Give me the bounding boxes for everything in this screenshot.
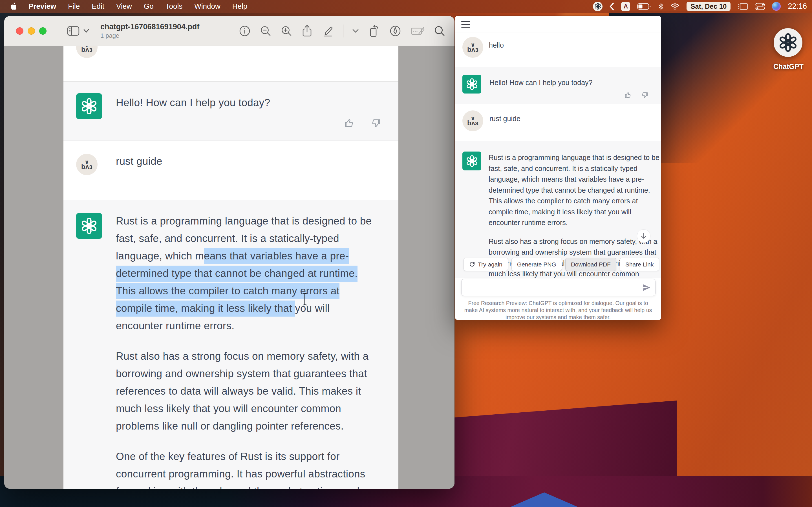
screen-mirroring-icon[interactable] xyxy=(738,3,748,10)
hamburger-menu-icon[interactable] xyxy=(461,21,470,27)
apple-icon xyxy=(10,3,17,10)
highlight-pen-button[interactable] xyxy=(322,25,334,37)
user-prompt-text[interactable]: rust guide xyxy=(116,153,162,170)
control-center-icon[interactable] xyxy=(755,3,765,10)
thumbs-down-icon[interactable] xyxy=(370,118,381,128)
highlight-style-chevron[interactable] xyxy=(352,29,359,33)
panel-user-msg-2[interactable]: rust guide xyxy=(490,113,520,124)
menu-file[interactable]: File xyxy=(62,0,86,13)
zoom-in-button[interactable] xyxy=(281,25,292,37)
menu-app-name[interactable]: Preview xyxy=(22,0,62,13)
chatgpt-export-panel: ∨bʌɜ hello Hello! How can I help you tod… xyxy=(455,16,661,320)
panel-row-user-prompt: ∨bʌɜ rust guide xyxy=(455,104,661,141)
panel-user-msg-1[interactable]: hello xyxy=(489,40,504,51)
menu-help[interactable]: Help xyxy=(226,0,253,13)
download-pdf-button[interactable]: Download PDF xyxy=(565,258,616,271)
chatgpt-app-label: ChatGPT xyxy=(773,62,803,71)
thumbs-up-icon[interactable] xyxy=(624,91,632,99)
siri-icon[interactable] xyxy=(772,2,781,11)
input-source-indicator[interactable]: A xyxy=(621,2,630,11)
zoom-out-button[interactable] xyxy=(260,25,271,37)
composer-input[interactable] xyxy=(466,281,638,293)
wifi-icon[interactable] xyxy=(670,3,679,10)
zoom-button[interactable] xyxy=(39,27,47,35)
assistant-avatar xyxy=(462,75,481,94)
pdf-row-assistant-reply: Rust is a programming language that is d… xyxy=(63,200,398,489)
thumbs-down-icon[interactable] xyxy=(641,91,649,99)
share-link-button[interactable]: Share Link xyxy=(620,258,659,271)
user-avatar: ∨bʌɜ xyxy=(462,110,483,131)
menu-bar-left: Preview File Edit View Go Tools Window H… xyxy=(0,0,253,13)
traffic-lights xyxy=(16,27,51,35)
document-title: chatgpt-1670681691904.pdf xyxy=(100,22,199,31)
bluetooth-icon[interactable] xyxy=(658,3,663,10)
fill-sign-button[interactable] xyxy=(410,25,424,37)
openai-logo-icon xyxy=(466,78,478,90)
assistant-avatar xyxy=(76,93,102,119)
reply-paragraph-3[interactable]: One of the key features of Rust is its s… xyxy=(116,448,371,489)
assistant-greeting-text[interactable]: Hello! How can I help you today? xyxy=(116,94,270,112)
openai-logo-icon xyxy=(81,98,97,114)
chatgpt-menubar-icon[interactable] xyxy=(593,2,603,11)
pdf-page[interactable]: ∨ bʌɜ xyxy=(63,46,398,489)
close-button[interactable] xyxy=(16,27,23,35)
sidebar-toggle-icon[interactable] xyxy=(67,26,80,36)
user-avatar: ∨bʌɜ xyxy=(462,37,483,58)
openai-logo-icon xyxy=(81,218,97,234)
assistant-reply-text[interactable]: Rust is a programming language that is d… xyxy=(116,212,371,489)
panel-reply-paragraph-2[interactable]: Rust also has a strong focus on memory s… xyxy=(489,236,659,278)
page-count-label: 1 page xyxy=(100,32,199,39)
panel-reply-paragraph-1[interactable]: Rust is a programming language that is d… xyxy=(489,152,659,228)
thumbs-up-icon[interactable] xyxy=(344,118,355,128)
retry-icon xyxy=(469,262,475,267)
openai-logo-icon xyxy=(779,33,797,52)
menu-go[interactable]: Go xyxy=(138,0,160,13)
panel-row-assistant-reply: Rust is a programming language that is d… xyxy=(455,141,661,278)
arrow-down-icon xyxy=(641,233,647,239)
apple-menu[interactable] xyxy=(0,0,22,13)
info-button[interactable] xyxy=(239,25,251,37)
openai-logo-icon xyxy=(466,155,478,167)
menu-edit[interactable]: Edit xyxy=(86,0,110,13)
search-button[interactable] xyxy=(434,25,446,37)
assistant-avatar xyxy=(462,152,481,170)
battery-icon[interactable] xyxy=(637,3,651,10)
text-cursor-ibeam xyxy=(301,292,308,306)
try-again-button[interactable]: Try again xyxy=(463,258,508,271)
markup-pen-button[interactable] xyxy=(389,25,402,37)
desktop-chatgpt-app[interactable]: ChatGPT xyxy=(773,28,803,71)
pdf-row-assistant-greeting: Hello! How can I help you today? xyxy=(63,82,398,141)
send-icon xyxy=(642,283,651,292)
preview-window: chatgpt-1670681691904.pdf 1 page xyxy=(4,16,455,489)
scroll-to-bottom-button[interactable] xyxy=(637,229,651,243)
chatgpt-app-icon[interactable] xyxy=(774,28,802,57)
panel-footer-disclaimer: Free Research Preview: ChatGPT is optimi… xyxy=(455,300,661,320)
menubar-clock[interactable]: 22:16 xyxy=(788,2,807,11)
user-avatar: ∨ bʌɜ xyxy=(76,46,98,58)
assistant-avatar xyxy=(76,213,102,239)
status-icons: A Sat, Dec 10 xyxy=(593,0,812,13)
reply-paragraph-1[interactable]: Rust is a programming language that is d… xyxy=(116,212,371,335)
panel-feedback-buttons xyxy=(624,91,649,99)
minimize-button[interactable] xyxy=(28,27,35,35)
menu-tools[interactable]: Tools xyxy=(160,0,189,13)
generate-png-button[interactable]: Generate PNG xyxy=(511,258,562,271)
panel-assistant-msg-1[interactable]: Hello! How can I help you today? xyxy=(490,77,593,88)
rotate-button[interactable] xyxy=(368,24,380,38)
send-button[interactable] xyxy=(642,283,651,292)
pdf-canvas[interactable]: ∨ bʌɜ xyxy=(4,46,455,489)
openai-logo-icon xyxy=(595,3,601,10)
menubar-date[interactable]: Sat, Dec 10 xyxy=(687,2,730,11)
menu-view[interactable]: View xyxy=(110,0,138,13)
sidebar-chevron-icon[interactable] xyxy=(84,29,89,33)
message-composer[interactable] xyxy=(461,279,656,296)
pdf-row-user-prompt: ∨bʌɜ rust guide xyxy=(63,141,398,200)
menu-window[interactable]: Window xyxy=(188,0,226,13)
preview-titlebar[interactable]: chatgpt-1670681691904.pdf 1 page xyxy=(4,16,455,46)
window-title-block: chatgpt-1670681691904.pdf 1 page xyxy=(100,22,199,39)
share-button[interactable] xyxy=(301,25,313,37)
feedback-buttons xyxy=(344,118,381,128)
panel-topbar xyxy=(455,16,661,33)
reply-paragraph-2[interactable]: Rust also has a strong focus on memory s… xyxy=(116,348,371,435)
back-chevron-icon[interactable] xyxy=(610,3,614,10)
